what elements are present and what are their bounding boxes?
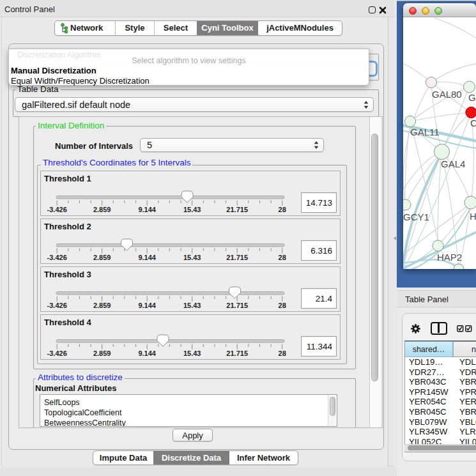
svg-text:9.144: 9.144 xyxy=(138,302,156,309)
svg-text:15.43: 15.43 xyxy=(183,349,201,357)
svg-text:15.43: 15.43 xyxy=(183,254,201,261)
svg-text:9.144: 9.144 xyxy=(138,254,156,261)
svg-text:15.43: 15.43 xyxy=(183,302,201,309)
svg-text:GCY1: GCY1 xyxy=(403,211,429,222)
svg-text:28: 28 xyxy=(279,349,286,357)
svg-text:28: 28 xyxy=(279,254,286,261)
svg-text:9.144: 9.144 xyxy=(138,349,156,357)
svg-text:GAL80: GAL80 xyxy=(432,89,462,100)
svg-text:HAP2: HAP2 xyxy=(437,252,462,263)
svg-text:2.859: 2.859 xyxy=(93,206,111,213)
svg-text:GAL4: GAL4 xyxy=(441,158,465,169)
svg-text:2.859: 2.859 xyxy=(93,254,111,261)
svg-text:21.715: 21.715 xyxy=(226,206,248,213)
svg-text:H: H xyxy=(470,211,476,222)
svg-text:21.715: 21.715 xyxy=(226,254,248,261)
svg-text:G: G xyxy=(468,92,476,103)
svg-text:GAL11: GAL11 xyxy=(410,127,440,137)
svg-text:2.859: 2.859 xyxy=(93,349,111,357)
svg-text:21.715: 21.715 xyxy=(226,349,248,357)
svg-text:C: C xyxy=(470,118,476,128)
svg-text:21.715: 21.715 xyxy=(226,302,248,309)
svg-text:2.859: 2.859 xyxy=(93,302,111,309)
svg-text:-3.426: -3.426 xyxy=(47,302,67,309)
svg-text:9.144: 9.144 xyxy=(138,206,156,213)
svg-text:28: 28 xyxy=(279,206,286,213)
svg-text:-3.426: -3.426 xyxy=(47,349,67,357)
svg-text:-3.426: -3.426 xyxy=(47,206,67,213)
svg-text:-3.426: -3.426 xyxy=(47,254,67,261)
svg-text:15.43: 15.43 xyxy=(183,206,201,213)
svg-text:28: 28 xyxy=(279,302,286,309)
